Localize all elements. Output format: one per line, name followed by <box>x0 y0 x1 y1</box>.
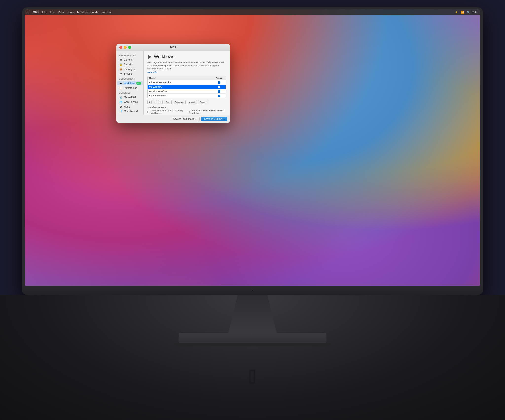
sidebar-item-munki-report[interactable]: 📊 MunkiReport <box>117 109 143 113</box>
add-workflow-button[interactable]: + <box>147 100 152 104</box>
mds-window: MDS Preferences ⚙ General 🔒 Security <box>116 44 230 123</box>
workflow-options-label: Workflow Options <box>147 106 226 109</box>
sidebar-label-security: Security <box>124 63 133 66</box>
network-check-label: Check for network before showing workflo… <box>191 110 226 114</box>
row-active-2[interactable]: ✓ <box>214 90 224 93</box>
content-header: Workflows <box>147 54 226 59</box>
sidebar-item-remote-log[interactable]: 📋 Remote Log <box>117 86 143 90</box>
row-name-0: Administrator Machine <box>149 81 214 84</box>
save-volume-button[interactable]: Save To Volume... <box>201 117 227 121</box>
syncing-icon: ↻ <box>119 72 123 75</box>
sidebar-item-general[interactable]: ⚙ General <box>117 57 143 62</box>
monitor-chin <box>22 286 483 295</box>
window-footer: Save to Disk Image... Save To Volume... <box>116 115 230 123</box>
window-body: Preferences ⚙ General 🔒 Security 📦 Packa… <box>116 51 230 115</box>
table-header: Name Active <box>148 76 226 80</box>
main-content: Workflows MDS organizes and saves resour… <box>144 51 230 115</box>
sidebar-item-micromom[interactable]: 📡 MicroMOM <box>117 95 143 99</box>
more-info-link[interactable]: More Info <box>147 71 226 73</box>
sidebar-item-munki[interactable]: 🛠 Munki <box>117 104 143 109</box>
menubar-tools[interactable]: Tools <box>67 11 74 14</box>
window-title: MDS <box>170 46 176 49</box>
screen-area:  MDS File Edit View Tools MDM Commands … <box>25 9 480 292</box>
sidebar-label-micromom: MicroMOM <box>124 96 136 99</box>
row-name-2: Catalina Workflow <box>149 90 214 92</box>
wifi-checkbox[interactable] <box>147 111 149 113</box>
edit-workflow-button[interactable]: Edit <box>164 100 172 104</box>
minimize-button[interactable] <box>124 46 127 49</box>
maximize-button[interactable] <box>128 46 131 49</box>
general-icon: ⚙ <box>119 58 123 61</box>
row-active-0[interactable]: ✓ <box>214 81 224 84</box>
sidebar-item-syncing[interactable]: ↻ Syncing <box>117 72 143 76</box>
facetime-camera <box>252 290 253 291</box>
sidebar-item-web-service[interactable]: 🌐 Web Service <box>117 100 143 104</box>
monitor-frame:  MDS File Edit View Tools MDM Commands … <box>22 7 483 295</box>
sidebar-label-munki: Munki <box>124 105 130 108</box>
checkbox-3[interactable]: ✓ <box>218 95 220 97</box>
menubar:  MDS File Edit View Tools MDM Commands … <box>25 9 480 15</box>
close-button[interactable] <box>119 46 122 49</box>
workflow-table: Name Active Administrator Machine ✓ M1 W… <box>147 76 226 98</box>
table-row[interactable]: Administrator Machine ✓ <box>148 80 226 85</box>
sidebar-label-syncing: Syncing <box>124 73 133 75</box>
save-disk-image-button[interactable]: Save to Disk Image... <box>170 117 200 121</box>
menubar-wifi-icon: 📶 <box>461 11 464 14</box>
checkbox-0[interactable]: ✓ <box>218 81 220 84</box>
menubar-window[interactable]: Window <box>102 11 111 14</box>
security-icon: 🔒 <box>119 63 123 66</box>
sidebar-label-munki-report: MunkiReport <box>124 110 138 113</box>
remote-log-icon: 📋 <box>119 86 123 90</box>
sidebar-item-security[interactable]: 🔒 Security <box>117 62 143 67</box>
remove-workflow-button[interactable]: − <box>153 100 157 104</box>
col-name-header: Name <box>149 77 214 79</box>
sidebar-label-remote-log: Remote Log <box>124 87 137 89</box>
packages-icon: 📦 <box>119 67 123 71</box>
sidebar-item-packages[interactable]: 📦 Packages <box>117 67 143 71</box>
window-titlebar: MDS <box>116 44 230 51</box>
sidebar-label-web-service: Web Service <box>124 101 138 103</box>
sidebar-section-preferences: Preferences <box>116 53 143 57</box>
sidebar-label-workflows: Workflows <box>124 82 135 85</box>
sidebar: Preferences ⚙ General 🔒 Security 📦 Packa… <box>116 51 144 115</box>
menubar-right: ⚡ 📶 🔍 3:41 <box>455 11 478 14</box>
munki-icon: 🛠 <box>119 105 123 108</box>
menubar-edit[interactable]: Edit <box>50 11 55 14</box>
menubar-search-icon[interactable]: 🔍 <box>467 11 470 14</box>
wifi-option-row: Connect to Wi-Fi before showing workflow… <box>147 110 226 114</box>
traffic-lights <box>119 46 131 49</box>
workflows-icon: ▶ <box>119 81 123 85</box>
apple-menu-icon[interactable]:  <box>27 10 28 14</box>
sidebar-item-workflows[interactable]: ▶ Workflows On <box>117 81 143 85</box>
row-active-1[interactable]: ✓ <box>214 86 224 88</box>
menubar-clock: 3:41 <box>473 11 478 14</box>
table-row[interactable]: M1 Workflow ✓ <box>148 85 226 89</box>
checkbox-1[interactable]: ✓ <box>218 86 220 88</box>
menubar-battery-icon: ⚡ <box>455 11 458 14</box>
export-workflow-button[interactable]: Export <box>198 100 208 104</box>
menubar-left:  MDS File Edit View Tools MDM Commands … <box>27 10 111 14</box>
row-name-1: M1 Workflow <box>149 86 214 88</box>
sidebar-section-deployment: Deployment <box>116 76 143 81</box>
apple-logo:  <box>249 365 256 388</box>
desktop-wallpaper <box>25 9 480 292</box>
row-name-3: Big Sur Workflow <box>149 94 214 97</box>
table-row[interactable]: Big Sur Workflow ✓ <box>148 94 226 98</box>
row-active-3[interactable]: ✓ <box>214 94 224 97</box>
sidebar-section-services: Services <box>116 90 143 95</box>
more-options-button[interactable]: ··· <box>158 100 163 104</box>
col-active-header: Active <box>214 77 224 79</box>
network-check-checkbox[interactable] <box>188 111 190 113</box>
checkbox-2[interactable]: ✓ <box>218 90 220 93</box>
table-toolbar: + − ··· Edit Duplicate Import Export <box>147 100 226 104</box>
menubar-mdm[interactable]: MDM Commands <box>77 11 98 14</box>
import-workflow-button[interactable]: Import <box>187 100 197 104</box>
menubar-app-name[interactable]: MDS <box>33 11 38 14</box>
stand-base-bottom <box>174 343 331 346</box>
table-row[interactable]: Catalina Workflow ✓ <box>148 89 226 94</box>
menubar-file[interactable]: File <box>42 11 47 14</box>
sidebar-label-packages: Packages <box>124 68 135 71</box>
duplicate-workflow-button[interactable]: Duplicate <box>173 100 186 104</box>
menubar-view[interactable]: View <box>58 11 64 14</box>
sidebar-label-general: General <box>124 58 133 61</box>
